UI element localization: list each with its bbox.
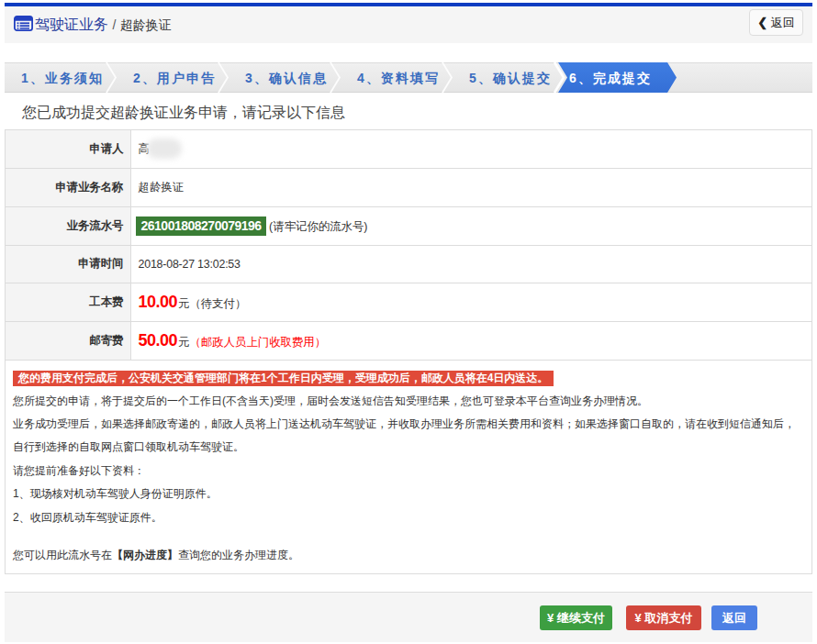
svg-text:4、资料填写: 4、资料填写 xyxy=(357,71,440,85)
svg-text:3、确认信息: 3、确认信息 xyxy=(245,71,328,85)
svg-text:2、用户申告: 2、用户申告 xyxy=(133,71,216,85)
svg-text:5、确认提交: 5、确认提交 xyxy=(469,71,552,85)
svg-text:6、完成提交: 6、完成提交 xyxy=(569,71,652,85)
svg-text:1、业务须知: 1、业务须知 xyxy=(21,71,104,85)
